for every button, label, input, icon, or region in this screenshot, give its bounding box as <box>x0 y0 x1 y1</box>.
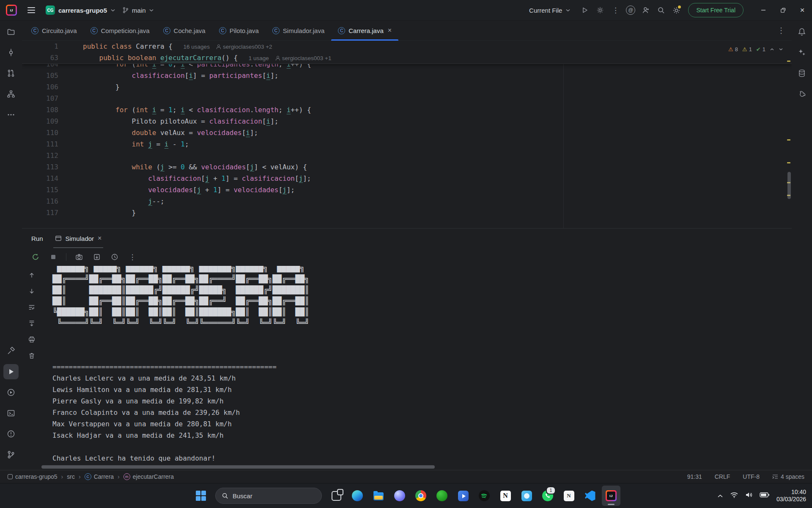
code-area[interactable]: 104 for (int i = 0; i < participantes.le… <box>22 58 792 218</box>
profiler-icon[interactable] <box>593 3 608 18</box>
prev-problem-icon[interactable] <box>770 48 774 51</box>
line-number[interactable]: 105 <box>22 70 66 81</box>
tab-Carrera.java[interactable]: CCarrera.java× <box>331 21 398 40</box>
code-with-me-icon[interactable] <box>638 3 653 18</box>
rerun-icon[interactable] <box>30 252 41 262</box>
taskbar-movies-icon[interactable] <box>454 486 472 506</box>
line-number[interactable]: 109 <box>22 116 66 127</box>
down-stacktrace-icon[interactable] <box>27 286 37 296</box>
soft-wrap-icon[interactable] <box>27 302 37 312</box>
caret-position[interactable]: 91:31 <box>687 473 702 480</box>
search-everywhere-icon[interactable] <box>653 3 669 18</box>
breadcrumb-item[interactable]: CCarrera <box>85 473 114 480</box>
start-free-trial-button[interactable]: Start Free Trial <box>688 3 743 17</box>
error-stripe[interactable] <box>786 41 792 228</box>
run-configuration-selector[interactable]: Current File <box>529 7 571 14</box>
code-line-1[interactable]: 1public class Carrera { 16 usagessergioc… <box>22 41 792 52</box>
taskbar-start-button[interactable] <box>192 486 210 506</box>
services-icon[interactable] <box>3 385 19 400</box>
taskbar-copilot-icon[interactable] <box>390 486 409 506</box>
taskbar-intellij-icon[interactable] <box>602 486 620 506</box>
gradle-icon[interactable] <box>794 86 809 102</box>
database-icon[interactable] <box>794 66 809 81</box>
problems-icon[interactable] <box>3 426 19 442</box>
code-line-108[interactable]: 108 for (int i = 1; i < clasificacion.le… <box>22 104 792 116</box>
notifications-bell-icon[interactable] <box>794 24 809 39</box>
code-editor[interactable]: 1public class Carrera { 16 usagessergioc… <box>22 41 792 228</box>
line-number[interactable]: 63 <box>22 52 66 64</box>
taskbar-notion-icon[interactable] <box>496 486 515 506</box>
line-number[interactable]: 116 <box>22 196 66 207</box>
build-icon[interactable] <box>3 343 19 359</box>
wifi-icon[interactable] <box>730 491 738 500</box>
line-number[interactable]: 107 <box>22 93 66 104</box>
terminal-icon[interactable] <box>3 406 19 421</box>
taskbar-edge-icon[interactable] <box>348 486 367 506</box>
clear-console-icon[interactable] <box>27 351 37 361</box>
tab-Competicion.java[interactable]: CCompeticion.java <box>84 21 156 40</box>
open-in-editor-icon[interactable] <box>92 252 102 262</box>
taskbar-whatsapp-icon[interactable]: 1 <box>538 486 557 506</box>
file-encoding[interactable]: UTF-8 <box>743 473 760 480</box>
line-number[interactable]: 106 <box>22 81 66 93</box>
breadcrumb-item[interactable]: src <box>67 473 75 480</box>
more-tool-windows-icon[interactable] <box>3 107 19 122</box>
code-line-115[interactable]: 115 velocidades[j + 1] = velocidades[j]; <box>22 184 792 196</box>
print-icon[interactable] <box>27 334 37 345</box>
structure-icon[interactable] <box>3 86 19 102</box>
code-line-107[interactable]: 107 <box>22 93 792 104</box>
line-number[interactable]: 113 <box>22 161 66 173</box>
line-number[interactable]: 111 <box>22 138 66 150</box>
taskbar-notion-calendar-icon[interactable] <box>560 486 578 506</box>
line-number[interactable]: 115 <box>22 184 66 196</box>
taskbar-photos-icon[interactable] <box>517 486 536 506</box>
project-selector[interactable]: CG carreras-grupo5 <box>46 6 115 15</box>
up-stacktrace-icon[interactable] <box>27 270 37 280</box>
taskbar-chrome-icon[interactable] <box>411 486 430 506</box>
taskbar-explorer-icon[interactable] <box>369 486 388 506</box>
taskbar-xbox-icon[interactable] <box>433 486 451 506</box>
settings-gear-icon[interactable] <box>669 3 684 18</box>
history-icon[interactable] <box>110 252 120 262</box>
scroll-to-end-icon[interactable] <box>27 318 37 329</box>
breadcrumb-item[interactable]: carreras-grupo5 <box>8 473 58 480</box>
line-number[interactable]: 1 <box>22 41 66 52</box>
run-tab-simulador[interactable]: Simulador × <box>53 229 104 248</box>
code-line-63[interactable]: 63 public boolean ejecutarCarrera() { 1 … <box>22 52 792 64</box>
volume-icon[interactable] <box>745 491 753 500</box>
console-more-icon[interactable]: ⋮ <box>127 252 137 262</box>
battery-icon[interactable] <box>760 492 770 500</box>
code-line-114[interactable]: 114 clasificacion[j + 1] = clasificacion… <box>22 173 792 184</box>
tray-chevron-up-icon[interactable] <box>717 492 723 500</box>
console-horizontal-scrollbar[interactable] <box>41 465 435 469</box>
code-line-113[interactable]: 113 while (j >= 0 && velocidades[j] < ve… <box>22 161 792 173</box>
code-line-112[interactable]: 112 <box>22 150 792 161</box>
tab-Coche.java[interactable]: CCoche.java <box>156 21 212 40</box>
close-button[interactable]: × <box>793 0 812 20</box>
tab-close-icon[interactable]: × <box>98 235 102 242</box>
line-number[interactable]: 117 <box>22 207 66 218</box>
run-tool-window-icon[interactable] <box>3 364 19 379</box>
indent-config[interactable]: 4 spaces <box>772 473 804 480</box>
tab-Piloto.java[interactable]: CPiloto.java <box>212 21 266 40</box>
restore-button[interactable] <box>773 0 793 20</box>
minimize-button[interactable] <box>754 0 773 20</box>
tab-close-icon[interactable]: × <box>388 27 392 34</box>
taskbar-spotify-icon[interactable] <box>475 486 494 506</box>
editor-options-icon[interactable]: ⋮ <box>777 21 792 40</box>
taskbar-task-view-icon[interactable] <box>327 486 346 506</box>
taskbar-search-box[interactable]: Buscar <box>215 488 322 504</box>
ai-assistant-icon[interactable] <box>794 45 809 60</box>
version-control-icon[interactable] <box>3 447 19 462</box>
code-line-111[interactable]: 111 int j = i - 1; <box>22 138 792 150</box>
pull-requests-icon[interactable] <box>3 66 19 81</box>
inspections-widget[interactable]: ⚠8 ⚠1 ✔1 <box>728 44 783 55</box>
copilot-icon[interactable]: @ <box>623 3 638 18</box>
snapshot-icon[interactable] <box>74 252 84 262</box>
line-number[interactable]: 114 <box>22 173 66 184</box>
run-button[interactable] <box>577 3 593 18</box>
code-line-110[interactable]: 110 double velAux = veloc​idades[i]; <box>22 127 792 138</box>
code-line-116[interactable]: 116 j--; <box>22 196 792 207</box>
editor-scrollbar[interactable] <box>787 172 791 199</box>
code-line-105[interactable]: 105 clasificacion[i] = participantes[i]; <box>22 70 792 81</box>
